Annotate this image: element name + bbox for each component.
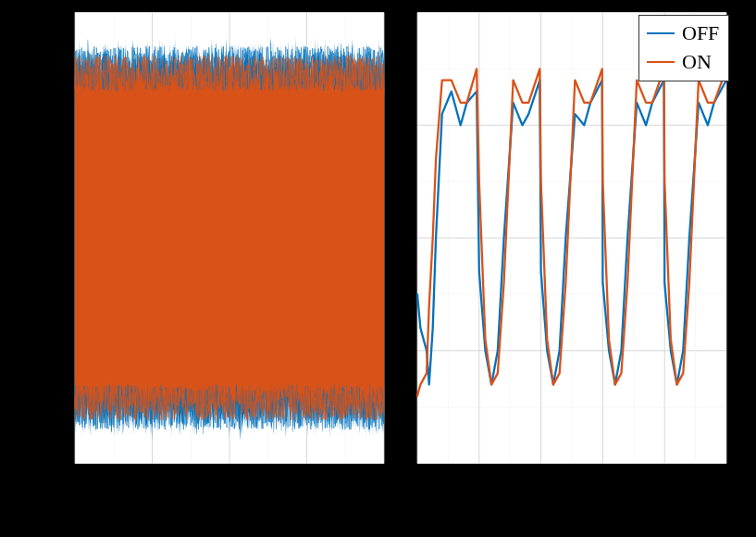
legend-label-on: ON bbox=[682, 48, 712, 77]
legend-item-off: OFF bbox=[647, 19, 719, 48]
legend-label-off: OFF bbox=[682, 19, 719, 48]
xtick-label: 5 bbox=[723, 468, 733, 493]
ytick-label: 20 bbox=[46, 0, 67, 23]
xtick-label: 1 bbox=[474, 468, 484, 493]
ytick-label: 0 bbox=[56, 226, 67, 250]
x-axis-label-right: t [s] bbox=[552, 496, 592, 524]
legend: OFF ON bbox=[638, 15, 729, 81]
ytick-label: -10 bbox=[40, 340, 67, 364]
ytick-label: -20 bbox=[40, 453, 67, 477]
left-chart-plot bbox=[75, 12, 384, 464]
xtick-label: 600 bbox=[292, 468, 323, 493]
xtick-label: 4 bbox=[660, 468, 670, 493]
figure: α [deg] t [s] t [s] OFF ON 0200400600800… bbox=[0, 0, 756, 537]
xtick-label: 800 bbox=[370, 468, 401, 493]
xtick-label: 2 bbox=[536, 468, 546, 493]
x-axis-label-left: t [s] bbox=[192, 496, 233, 524]
xtick-label: 3 bbox=[598, 468, 608, 493]
legend-swatch-on bbox=[647, 61, 675, 63]
left-chart-panel bbox=[74, 11, 385, 465]
xtick-label: 0 bbox=[412, 468, 422, 493]
legend-swatch-off bbox=[647, 32, 675, 34]
xtick-label: 200 bbox=[137, 468, 167, 493]
legend-item-on: ON bbox=[647, 48, 719, 77]
xtick-label: 400 bbox=[215, 468, 245, 493]
y-axis-label: α [deg] bbox=[3, 232, 31, 305]
ytick-label: 10 bbox=[46, 113, 67, 137]
xtick-label: 0 bbox=[69, 468, 80, 493]
